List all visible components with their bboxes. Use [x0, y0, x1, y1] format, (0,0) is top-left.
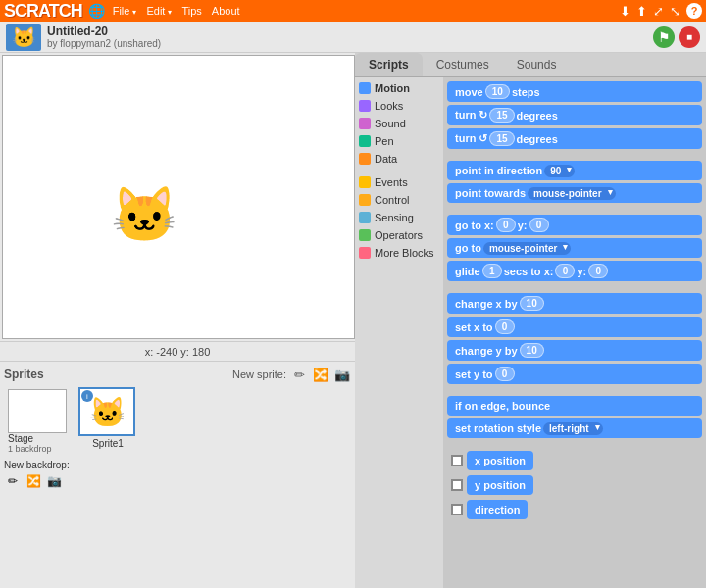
block-x-position-row: x position	[447, 450, 702, 471]
block-set-y[interactable]: set y to 0	[447, 364, 702, 384]
category-more-blocks-label: More Blocks	[375, 247, 434, 259]
block-glide[interactable]: glide 1 secs to x: 0 y: 0	[447, 261, 702, 281]
sprites-list: i 🐱 Sprite1	[78, 387, 137, 449]
cat-emoji: 🐱	[111, 184, 178, 245]
block-turn-cw[interactable]: turn ↻ 15 degrees	[447, 105, 702, 125]
sprite-thumbnail: i 🐱	[78, 387, 135, 436]
blocks-panel: Scripts Costumes Sounds Motion Looks Sou…	[355, 53, 706, 588]
category-events[interactable]: Events	[355, 173, 443, 191]
stop-button[interactable]: ■	[679, 26, 700, 48]
about-menu[interactable]: About	[208, 3, 244, 19]
y-position-checkbox[interactable]	[451, 479, 463, 491]
block-set-rotation[interactable]: set rotation style left-right	[447, 418, 702, 438]
block-move[interactable]: move 10 steps	[447, 81, 702, 102]
backdrop-icons: ✏ 🔀 📷	[4, 472, 351, 490]
stage-area: 🐱 x: -240 y: 180 Sprites New sprite: ✏ 🔀…	[0, 53, 355, 588]
category-sensing[interactable]: Sensing	[355, 209, 443, 226]
block-x-position[interactable]: x position	[467, 451, 533, 470]
stage-thumb-area: Stage 1 backdrop	[4, 387, 71, 456]
stage-sub-label: 1 backdrop	[8, 444, 67, 454]
block-point-direction[interactable]: point in direction 90	[447, 161, 702, 180]
scratch-logo: SCRATCH	[4, 1, 82, 22]
edit-menu[interactable]: Edit ▾	[142, 3, 176, 19]
globe-icon[interactable]: 🌐	[88, 3, 105, 19]
block-go-to-xy[interactable]: go to x: 0 y: 0	[447, 215, 702, 235]
category-data-label: Data	[375, 153, 397, 165]
category-sensing-label: Sensing	[375, 212, 414, 223]
category-looks-label: Looks	[375, 100, 403, 112]
download-icon[interactable]: ⬇	[620, 4, 630, 19]
project-icon: 🐱	[6, 24, 41, 51]
new-sprite-area: New sprite: ✏ 🔀 📷	[232, 366, 351, 383]
stage-label: Stage	[8, 433, 67, 444]
camera-sprite-button[interactable]: 📷	[333, 366, 351, 383]
category-pen[interactable]: Pen	[355, 132, 443, 150]
sprite-emoji: 🐱	[89, 395, 126, 429]
category-looks[interactable]: Looks	[355, 97, 443, 115]
paint-sprite-button[interactable]: ✏	[290, 366, 308, 383]
category-operators-label: Operators	[375, 229, 423, 241]
sprite-info-icon[interactable]: i	[81, 390, 93, 402]
blocks-list: move 10 steps turn ↻ 15 degrees turn ↺ 1…	[443, 77, 706, 588]
categories-panel: Motion Looks Sound Pen Data	[355, 77, 443, 588]
file-menu[interactable]: File ▾	[109, 3, 141, 19]
coords-text: x: -240 y: 180	[145, 346, 211, 358]
stage-canvas: 🐱	[2, 55, 355, 339]
sprites-panel: Sprites New sprite: ✏ 🔀 📷 Stage 1 backdr…	[0, 361, 355, 588]
category-motion[interactable]: Motion	[355, 79, 443, 97]
x-position-checkbox[interactable]	[451, 455, 463, 466]
list-item[interactable]: i 🐱 Sprite1	[78, 387, 137, 449]
blocks-area: Motion Looks Sound Pen Data	[355, 77, 706, 588]
block-direction[interactable]: direction	[467, 500, 528, 519]
category-sound-label: Sound	[375, 118, 406, 129]
fullscreen-icon[interactable]: ⤢	[653, 4, 664, 19]
project-author: by floppyman2 (unshared)	[47, 38, 161, 49]
tab-costumes[interactable]: Costumes	[423, 53, 503, 76]
shrink-icon[interactable]: ⤡	[670, 4, 681, 19]
project-title: Untitled-20	[47, 24, 161, 38]
stage-thumbnail[interactable]	[8, 389, 67, 433]
block-y-position[interactable]: y position	[467, 475, 533, 495]
tab-scripts[interactable]: Scripts	[355, 53, 423, 76]
upload-icon[interactable]: ⬆	[636, 4, 647, 19]
green-flag-button[interactable]: ⚑	[653, 26, 675, 48]
sprites-header: Sprites New sprite: ✏ 🔀 📷	[4, 366, 351, 383]
block-go-to[interactable]: go to mouse-pointer	[447, 238, 702, 258]
block-point-towards[interactable]: point towards mouse-pointer	[447, 183, 702, 203]
tabs-bar: Scripts Costumes Sounds	[355, 53, 706, 77]
category-control[interactable]: Control	[355, 191, 443, 209]
category-operators[interactable]: Operators	[355, 226, 443, 244]
cat-sprite: 🐱	[111, 183, 189, 262]
block-direction-row: direction	[447, 499, 702, 520]
block-if-on-edge-bounce[interactable]: if on edge, bounce	[447, 396, 702, 416]
project-controls: ⚑ ■	[653, 26, 700, 48]
direction-checkbox[interactable]	[451, 504, 463, 515]
category-control-label: Control	[375, 194, 409, 206]
secondbar: 🐱 Untitled-20 by floppyman2 (unshared) ⚑…	[0, 22, 706, 53]
category-motion-label: Motion	[375, 82, 410, 94]
block-change-x[interactable]: change x by 10	[447, 293, 702, 314]
block-change-y[interactable]: change y by 10	[447, 340, 702, 361]
category-more-blocks[interactable]: More Blocks	[355, 244, 443, 262]
category-events-label: Events	[375, 176, 408, 188]
block-set-x[interactable]: set x to 0	[447, 317, 702, 337]
sprite-name: Sprite1	[78, 438, 137, 449]
paint-backdrop-button[interactable]: ✏	[4, 472, 22, 490]
category-data[interactable]: Data	[355, 150, 443, 168]
block-y-position-row: y position	[447, 474, 702, 496]
tab-sounds[interactable]: Sounds	[503, 53, 571, 76]
help-button[interactable]: ?	[686, 3, 702, 19]
toolbar-icons: ⬇ ⬆ ⤢ ⤡ ?	[620, 3, 702, 19]
sprites-label: Sprites	[4, 368, 44, 381]
new-backdrop-label: New backdrop:	[4, 460, 351, 470]
category-sound[interactable]: Sound	[355, 115, 443, 132]
coords-bar: x: -240 y: 180	[0, 341, 355, 361]
upload-backdrop-button[interactable]: 🔀	[25, 472, 42, 490]
menubar: SCRATCH 🌐 File ▾ Edit ▾ Tips About ⬇ ⬆ ⤢…	[0, 0, 706, 22]
block-turn-ccw[interactable]: turn ↺ 15 degrees	[447, 128, 702, 149]
upload-sprite-button[interactable]: 🔀	[312, 366, 329, 383]
new-sprite-label: New sprite:	[232, 368, 286, 380]
category-pen-label: Pen	[375, 135, 394, 147]
tips-menu[interactable]: Tips	[177, 3, 205, 19]
camera-backdrop-button[interactable]: 📷	[45, 472, 63, 490]
